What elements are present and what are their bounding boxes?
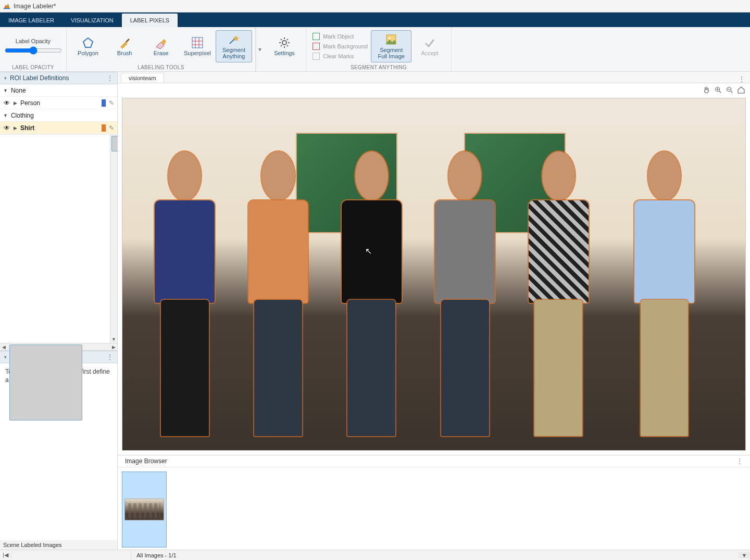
tool-ribbon: Label Opacity LABEL OPACITY Polygon Brus…: [0, 27, 750, 72]
scroll-down-icon[interactable]: ▼: [110, 336, 117, 343]
roi-label-list: ▼ None 👁 ▶ Person ✎ ▼ Clothing 👁 ▶ Shirt…: [0, 84, 117, 134]
clear-marks-icon: [312, 53, 320, 60]
main-tab-strip: IMAGE LABELER VISUALIZATION LABEL PIXELS: [0, 12, 750, 27]
document-tab-menu[interactable]: ⋮: [733, 75, 750, 83]
image-browser-body: [118, 467, 750, 550]
roi-item-person[interactable]: 👁 ▶ Person ✎: [0, 97, 117, 109]
roi-panel-header[interactable]: ▾ ROI Label Definitions ⋮: [0, 72, 117, 84]
segment-image-icon: [385, 33, 397, 46]
tool-segment-anything[interactable]: Segment Anything: [216, 30, 252, 62]
group-label-tools: LABELING TOOLS: [67, 65, 255, 71]
ribbon-group-labeling-tools: Polygon Brush Erase Superpixel Segment A…: [67, 27, 256, 71]
canvas-area: ↖: [118, 83, 750, 455]
scroll-thumb-h[interactable]: [9, 345, 82, 421]
roi-item-shirt[interactable]: 👁 ▶ Shirt ✎: [0, 122, 117, 134]
image-browser-menu[interactable]: ⋮: [736, 457, 743, 465]
mark-background-icon: [312, 43, 320, 50]
ribbon-group-opacity: Label Opacity LABEL OPACITY: [0, 27, 67, 71]
expand-icon: ▶: [14, 125, 17, 131]
collapse-icon: ▾: [4, 75, 7, 81]
accept-button[interactable]: Accept: [411, 30, 448, 62]
magic-wand-icon: [228, 33, 240, 46]
image-browser: Image Browser ⋮: [118, 455, 750, 550]
chevron-down-icon: ▼: [3, 88, 8, 93]
segmented-person-6: [627, 134, 702, 436]
check-icon: [423, 36, 436, 49]
ribbon-group-settings: Settings: [263, 27, 306, 71]
gear-icon: [278, 36, 291, 49]
zoom-in-icon[interactable]: [714, 85, 723, 95]
segmented-person-4: [428, 134, 503, 436]
segmented-person-1: [147, 134, 222, 436]
ribbon-group-segment-anything: Mark Object Mark Background Clear Marks …: [306, 27, 452, 71]
roi-vertical-scrollbar[interactable]: ▲ ▼: [110, 135, 117, 343]
chevron-down-icon: ▼: [3, 113, 8, 118]
roi-group-clothing[interactable]: ▼ Clothing: [0, 109, 117, 122]
roi-horizontal-scrollbar[interactable]: ◀ ▶: [0, 343, 117, 350]
mark-object[interactable]: Mark Object: [312, 32, 368, 41]
color-swatch-person: [102, 99, 106, 107]
tab-label-pixels[interactable]: LABEL PIXELS: [122, 14, 178, 27]
scene-panel-menu[interactable]: ⋮: [107, 353, 113, 361]
image-browser-header: Image Browser ⋮: [118, 455, 750, 467]
zoom-out-icon[interactable]: [725, 85, 734, 95]
main-area: ▾ ROI Label Definitions ⋮ ▼ None 👁 ▶ Per…: [0, 72, 750, 550]
collapse-icon: ▾: [4, 354, 7, 360]
thumbnail-preview: [124, 499, 164, 520]
mark-background[interactable]: Mark Background: [312, 42, 368, 51]
edit-icon[interactable]: ✎: [109, 124, 114, 132]
erase-icon: [155, 36, 167, 49]
visibility-icon[interactable]: 👁: [3, 124, 10, 132]
color-swatch-shirt: [102, 124, 106, 132]
polygon-icon: [82, 36, 94, 49]
group-label-segment: SEGMENT ANYTHING: [306, 65, 451, 71]
scroll-right-icon[interactable]: ▶: [110, 345, 117, 350]
document-tab-bar: visionteam ⋮: [118, 72, 750, 83]
brush-icon: [118, 36, 131, 49]
segmented-person-2: [241, 134, 316, 436]
visibility-icon[interactable]: 👁: [3, 99, 10, 107]
mark-list: Mark Object Mark Background Clear Marks: [309, 31, 371, 62]
tab-visualization[interactable]: VISUALIZATION: [63, 14, 122, 27]
image-browser-title: Image Browser: [125, 457, 167, 465]
edit-icon[interactable]: ✎: [109, 99, 114, 107]
image-thumbnail-1[interactable]: [122, 472, 167, 548]
roi-panel-title: ROI Label Definitions: [10, 74, 69, 82]
canvas-toolbar: [702, 85, 746, 95]
scroll-left-icon[interactable]: ◀: [0, 345, 7, 350]
status-endcap-icon[interactable]: ▼: [739, 552, 750, 558]
svg-rect-0: [4, 8, 10, 9]
superpixel-icon: [191, 36, 204, 49]
image-stage[interactable]: ↖: [122, 98, 746, 451]
home-icon[interactable]: [736, 85, 746, 95]
scene-labeled-images-header[interactable]: Scene Labeled Images: [0, 540, 117, 550]
tool-polygon[interactable]: Polygon: [70, 30, 106, 62]
roi-panel-menu[interactable]: ⋮: [107, 74, 113, 82]
label-opacity-text: Label Opacity: [16, 38, 51, 44]
clear-marks[interactable]: Clear Marks: [312, 52, 368, 61]
status-left-spacer: [11, 550, 131, 560]
settings-button[interactable]: Settings: [266, 30, 303, 62]
status-text: All Images - 1/1: [131, 552, 739, 558]
segment-full-image-button[interactable]: Segment Full Image: [371, 30, 411, 62]
tools-dropdown[interactable]: ▾: [256, 27, 263, 71]
roi-group-none[interactable]: ▼ None: [0, 84, 117, 97]
svg-point-5: [389, 37, 391, 39]
pan-icon[interactable]: [702, 85, 711, 95]
segmented-person-3: [334, 134, 409, 436]
nav-first-button[interactable]: |◀: [0, 552, 11, 558]
tool-erase[interactable]: Erase: [143, 30, 179, 62]
cursor-icon: ↖: [365, 246, 372, 256]
expand-icon: ▶: [14, 100, 17, 106]
title-bar: Image Labeler*: [0, 0, 750, 12]
tool-brush[interactable]: Brush: [106, 30, 143, 62]
svg-point-3: [282, 41, 286, 45]
labeled-image[interactable]: ↖: [122, 98, 746, 451]
mark-object-icon: [312, 33, 320, 40]
document-tab-visionteam[interactable]: visionteam: [121, 73, 164, 83]
svg-marker-1: [83, 38, 93, 47]
tab-image-labeler[interactable]: IMAGE LABELER: [0, 14, 63, 27]
roi-list-spacer: ▲ ▼: [0, 134, 117, 343]
tool-superpixel[interactable]: Superpixel: [179, 30, 216, 62]
label-opacity-slider[interactable]: [5, 46, 62, 55]
